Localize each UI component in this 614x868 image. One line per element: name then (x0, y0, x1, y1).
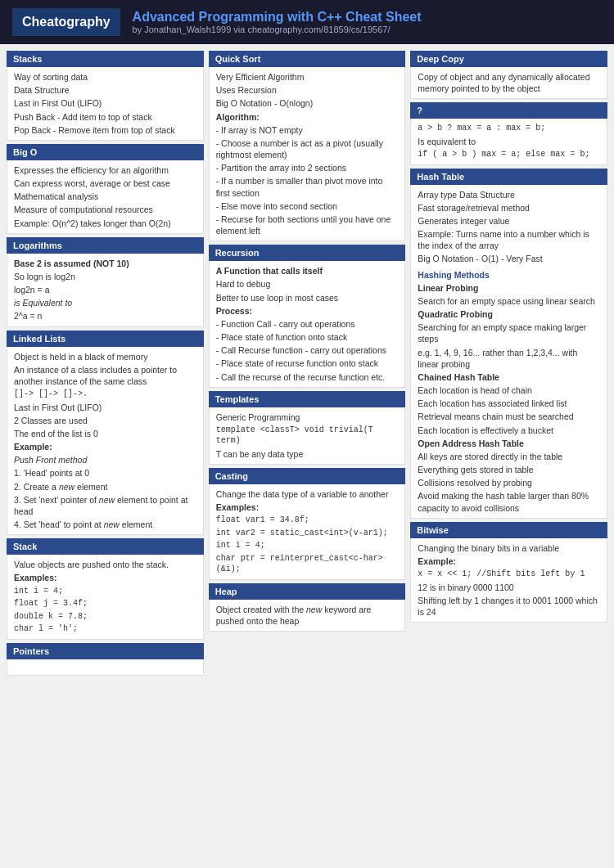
section-header-bitwise: Bitwise (410, 522, 607, 538)
page-subtitle: by Jonathan_Walsh1999 via cheatography.c… (133, 25, 422, 34)
section-logarithms: Base 2 is assumed (NOT 10) So logn is lo… (7, 254, 204, 327)
section-header-bigo: Big O (7, 144, 204, 160)
section-header-templates: Templates (209, 391, 406, 407)
section-header-pointers: Pointers (7, 643, 204, 659)
column-2: Quick Sort Very Efficient Algorithm Uses… (209, 51, 406, 676)
logo: Cheatography (12, 8, 120, 36)
section-ternary: a > b ? max = a : max = b; Is equivalent… (410, 119, 607, 164)
section-hashtable: Array type Data Structure Fast storage/r… (410, 185, 607, 519)
section-header-stacks: Stacks (7, 51, 204, 67)
column-1: Stacks Way of sorting data Data Structur… (7, 51, 204, 676)
section-header-hashtable: Hash Table (410, 169, 607, 185)
section-recursion: A Function that calls itself Hard to deb… (209, 261, 406, 388)
section-stack2: Value objects are pushed onto the stack.… (7, 555, 204, 639)
section-header-deepcopy: Deep Copy (410, 51, 607, 67)
section-casting: Change the data type of a variable to an… (209, 484, 406, 580)
header-text: Advanced Programming with C++ Cheat Shee… (133, 10, 422, 34)
section-header-casting: Casting (209, 468, 406, 484)
section-quicksort: Very Efficient Algorithm Uses Recursion … (209, 67, 406, 241)
section-bitwise: Changing the binary bits in a variable E… (410, 538, 607, 623)
section-templates: Generic Programming template <classT> vo… (209, 407, 406, 465)
section-heap: Object created with the new keyword are … (209, 600, 406, 632)
section-bigo: Expresses the efficiency for an algorith… (7, 160, 204, 234)
section-pointers (7, 659, 204, 676)
section-deepcopy: Copy of object and any dynamically alloc… (410, 67, 607, 99)
column-3: Deep Copy Copy of object and any dynamic… (410, 51, 607, 676)
section-header-linkedlists: Linked Lists (7, 331, 204, 347)
main-content: Stacks Way of sorting data Data Structur… (0, 44, 614, 682)
section-header-logarithms: Logarithms (7, 237, 204, 254)
section-header-heap: Heap (209, 583, 406, 600)
section-header-ternary: ? (410, 102, 607, 119)
page-title: Advanced Programming with C++ Cheat Shee… (133, 10, 422, 25)
page-header: Cheatography Advanced Programming with C… (0, 0, 614, 44)
section-header-quicksort: Quick Sort (209, 51, 406, 67)
section-header-stack2: Stack (7, 538, 204, 555)
section-stacks: Way of sorting data Data Structure Last … (7, 67, 204, 141)
section-linkedlists: Object is held in a black of memory An i… (7, 347, 204, 536)
section-header-recursion: Recursion (209, 245, 406, 261)
